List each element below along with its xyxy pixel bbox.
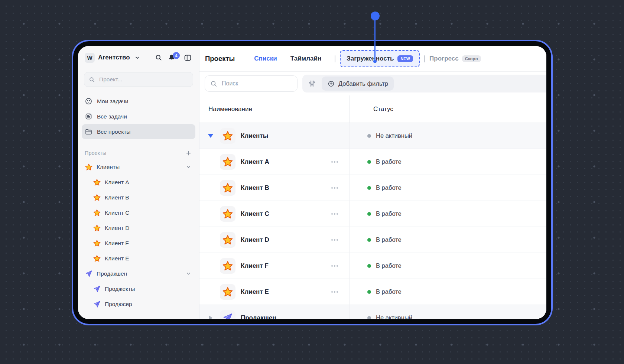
sidebar-tree-item[interactable]: Проджекты <box>82 281 195 296</box>
row-menu-button[interactable] <box>327 161 342 163</box>
status-cell: В работе <box>350 253 546 279</box>
column-header-status: Статус <box>350 95 546 123</box>
sidebar-tree-item[interactable]: Клиент B <box>82 190 195 205</box>
tab-separator <box>335 55 335 62</box>
sidebar-tree-item[interactable]: Клиенты <box>82 159 195 175</box>
add-filter-label: Добавить фильтр <box>338 80 388 87</box>
sidebar-menu: Мои задачиВсе задачиВсе проекты <box>78 91 199 139</box>
search-icon <box>89 77 95 83</box>
status-label: В работе <box>376 236 402 243</box>
table-row[interactable]: КлиентыНе активный <box>199 123 546 149</box>
workspace-logo[interactable]: W <box>85 53 95 63</box>
main-panel: Проекты Списки Таймлайн Загруженность NE… <box>199 46 546 319</box>
folder-icon <box>85 128 92 136</box>
search-button[interactable] <box>154 53 163 62</box>
workspace-name[interactable]: Агентство <box>98 54 130 61</box>
name-cell: Клиент E <box>199 279 350 305</box>
chevron-down-icon[interactable] <box>133 54 141 62</box>
expand-caret-icon[interactable] <box>209 315 212 319</box>
sidebar-tree-item[interactable]: Продюсер <box>82 296 195 312</box>
sidebar-tree-item[interactable]: Клиент A <box>82 175 195 190</box>
table-row[interactable]: Клиент DВ работе <box>199 227 546 253</box>
filter-sliders-button[interactable] <box>308 79 316 88</box>
status-label: Не активный <box>376 314 412 319</box>
name-cell: Клиенты <box>199 123 350 149</box>
status-cell: В работе <box>350 227 546 253</box>
view-tabs: Проекты Списки Таймлайн Загруженность NE… <box>199 46 546 72</box>
table-row[interactable]: ПродакшенНе активный <box>199 305 546 319</box>
tab-lists[interactable]: Списки <box>254 55 277 62</box>
project-search-input[interactable] <box>98 76 188 83</box>
sidebar-menu-item[interactable]: Все задачи <box>82 109 195 124</box>
sidebar-menu-item[interactable]: Мои задачи <box>82 94 195 109</box>
row-name: Клиенты <box>241 132 349 140</box>
tab-workload[interactable]: Загруженность NEW <box>340 50 420 67</box>
status-cell: Не активный <box>350 123 546 149</box>
plane-icon <box>93 285 101 293</box>
table-row[interactable]: Клиент EВ работе <box>199 279 546 305</box>
status-label: В работе <box>376 210 402 217</box>
tab-progress[interactable]: Прогресс Скоро <box>429 55 481 62</box>
table-row[interactable]: Клиент AВ работе <box>199 149 546 175</box>
sidebar-tree-label: Продакшен <box>97 270 181 277</box>
collapse-caret-icon[interactable] <box>208 134 213 138</box>
table-row[interactable]: Клиент BВ работе <box>199 175 546 201</box>
sidebar-menu-label: Все проекты <box>97 129 130 135</box>
projects-section-header: Проекты <box>78 147 199 159</box>
soon-badge: Скоро <box>462 55 481 62</box>
chevron-down-icon[interactable] <box>185 270 192 277</box>
status-dot <box>367 238 371 242</box>
row-menu-button[interactable] <box>327 291 342 293</box>
chevron-down-icon[interactable] <box>185 163 192 171</box>
desktop-background: W Агентство 4 <box>0 0 624 364</box>
page-title: Проекты <box>205 55 235 63</box>
sidebar-tree-item[interactable]: Клиент E <box>82 251 195 266</box>
name-cell: Клиент F <box>199 253 350 279</box>
table-search-input[interactable] <box>221 80 292 87</box>
plane-icon <box>220 310 235 319</box>
tab-progress-label: Прогресс <box>429 55 459 62</box>
sidebar-tree-item[interactable]: Клиент F <box>82 235 195 251</box>
sidebar-tree-label: Клиент A <box>105 179 192 186</box>
plus-circle-icon <box>327 80 335 88</box>
sidebar-tree-item[interactable]: Клиент C <box>82 205 195 220</box>
row-name: Клиент F <box>241 262 327 270</box>
sidebar-tree-item[interactable]: Продакшен <box>82 266 195 281</box>
status-dot <box>367 186 371 190</box>
notifications-button[interactable]: 4 <box>167 53 176 62</box>
star-icon <box>220 128 235 144</box>
sidebar-menu-label: Мои задачи <box>97 98 128 105</box>
add-project-button[interactable] <box>185 149 192 157</box>
status-dot <box>367 290 371 294</box>
row-menu-button[interactable] <box>327 239 342 241</box>
add-filter-button[interactable]: Добавить фильтр <box>322 77 394 91</box>
row-name: Клиент A <box>241 158 327 166</box>
table-search <box>205 75 298 92</box>
sidebar-toggle-button[interactable] <box>183 53 192 62</box>
sidebar-menu-item[interactable]: Все проекты <box>82 124 195 139</box>
name-cell: Продакшен <box>199 305 350 319</box>
row-menu-button[interactable] <box>327 213 342 215</box>
filter-container: Добавить фильтр <box>302 75 546 92</box>
status-cell: В работе <box>350 279 546 305</box>
tab-timeline[interactable]: Таймлайн <box>290 55 321 62</box>
app-window: W Агентство 4 <box>72 40 553 325</box>
row-menu-button[interactable] <box>327 187 342 189</box>
star-icon <box>93 254 101 262</box>
tab-workload-label: Загруженность <box>347 55 394 62</box>
status-cell: В работе <box>350 201 546 227</box>
name-cell: Клиент A <box>199 149 350 175</box>
tab-separator <box>424 55 425 62</box>
device-frame: W Агентство 4 <box>73 41 551 324</box>
status-label: В работе <box>376 288 402 295</box>
status-cell: В работе <box>350 175 546 201</box>
sidebar-tree-label: Клиенты <box>97 164 181 170</box>
row-menu-button[interactable] <box>327 265 342 267</box>
sidebar-tree-label: Клиент B <box>105 194 192 201</box>
table-row[interactable]: Клиент CВ работе <box>199 201 546 227</box>
star-icon <box>93 224 101 232</box>
table-row[interactable]: Клиент FВ работе <box>199 253 546 279</box>
sidebar-tree-item[interactable]: Клиент D <box>82 220 195 235</box>
sidebar-tree-label: Клиент D <box>105 225 192 231</box>
star-icon <box>85 163 92 171</box>
